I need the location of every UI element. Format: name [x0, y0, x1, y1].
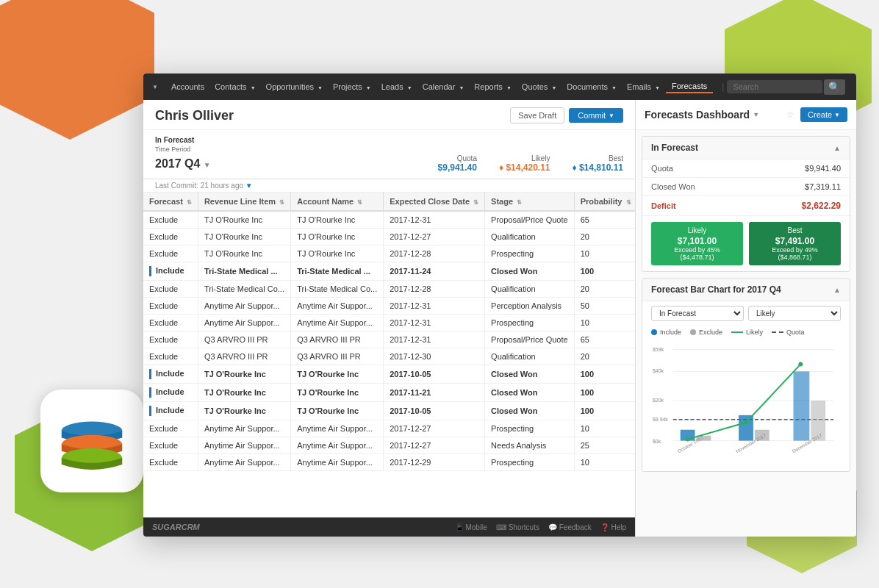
- chart-filter-1[interactable]: In Forecast: [651, 306, 744, 321]
- col-revenue[interactable]: Revenue Line Item ⇅: [198, 193, 290, 211]
- period-arrow: ▼: [204, 161, 211, 169]
- td-close-date: 2017-11-21: [384, 384, 485, 402]
- favorite-star[interactable]: ☆: [786, 110, 794, 120]
- nav-leads[interactable]: Leads ▼: [377, 81, 417, 93]
- col-forecast[interactable]: Forecast ⇅: [143, 193, 198, 211]
- td-close-date: 2017-12-31: [384, 298, 485, 315]
- crm-window: ▼ Accounts Contacts ▼ Opportunities ▼ Pr…: [143, 74, 856, 537]
- td-revenue[interactable]: TJ O'Rourke Inc: [198, 402, 290, 420]
- td-account[interactable]: Q3 ARVRO III PR: [291, 331, 384, 348]
- nav-opportunities[interactable]: Opportunities ▼: [262, 81, 327, 93]
- nav-reports[interactable]: Reports ▼: [470, 81, 516, 93]
- col-probability[interactable]: Probability ⇅: [574, 193, 635, 211]
- td-revenue[interactable]: Anytime Air Suppor...: [198, 437, 290, 454]
- forecast-table-wrapper[interactable]: Forecast ⇅ Revenue Line Item ⇅ Account N…: [143, 193, 635, 517]
- col-close-date[interactable]: Expected Close Date ⇅: [384, 193, 485, 211]
- td-revenue[interactable]: Anytime Air Suppor...: [198, 298, 290, 315]
- td-close-date: 2017-10-05: [384, 402, 485, 420]
- td-forecast: Exclude: [143, 229, 198, 245]
- search-icon: 🔍: [828, 82, 841, 93]
- table-row: Include Tri-State Medical ... Tri-State …: [143, 262, 635, 281]
- col-stage[interactable]: Stage ⇅: [485, 193, 575, 211]
- chart-section: Forecast Bar Chart for 2017 Q4 ▲ In Fore…: [642, 278, 850, 472]
- td-account[interactable]: Anytime Air Suppor...: [291, 315, 384, 331]
- td-close-date: 2017-12-31: [384, 315, 485, 331]
- nav-emails[interactable]: Emails ▼: [623, 81, 664, 93]
- nav-accounts[interactable]: Accounts: [167, 81, 209, 93]
- td-account[interactable]: Tri-State Medical Co...: [291, 281, 384, 298]
- table-row: Exclude Anytime Air Suppor... Anytime Ai…: [143, 420, 635, 437]
- chart-collapse[interactable]: ▲: [833, 286, 841, 294]
- svg-text:$59k: $59k: [653, 347, 664, 352]
- col-account[interactable]: Account Name ⇅: [291, 193, 384, 211]
- nav-projects[interactable]: Projects ▼: [329, 81, 376, 93]
- td-account[interactable]: TJ O'Rourke Inc: [291, 229, 384, 245]
- td-account[interactable]: Anytime Air Suppor...: [291, 420, 384, 437]
- nav-calendar[interactable]: Calendar ▼: [418, 81, 469, 93]
- last-commit-link[interactable]: ▼: [245, 182, 253, 190]
- td-account[interactable]: TJ O'Rourke Inc: [291, 245, 384, 262]
- td-revenue[interactable]: Anytime Air Suppor...: [198, 420, 290, 437]
- td-stage: Prospecting: [485, 245, 575, 262]
- td-revenue[interactable]: Q3 ARVRO III PR: [198, 348, 290, 365]
- td-probability: 100: [574, 384, 635, 402]
- td-account[interactable]: Anytime Air Suppor...: [291, 298, 384, 315]
- nav-forecasts-active[interactable]: Forecasts: [666, 80, 713, 93]
- best-box: Best $7,491.00 Exceed by 49% ($4,868.71): [749, 222, 841, 265]
- td-account[interactable]: Q3 ARVRO III PR: [291, 348, 384, 365]
- legend-quota: Quota: [772, 329, 805, 336]
- footer-mobile[interactable]: 📱 Mobile: [455, 523, 487, 531]
- create-button[interactable]: Create ▼: [800, 107, 847, 122]
- td-probability: 20: [574, 281, 635, 298]
- td-revenue[interactable]: Tri-State Medical ...: [198, 262, 290, 281]
- td-revenue[interactable]: TJ O'Rourke Inc: [198, 365, 290, 384]
- td-revenue[interactable]: TJ O'Rourke Inc: [198, 384, 290, 402]
- forecast-period[interactable]: 2017 Q4 ▼: [155, 157, 211, 171]
- footer-help[interactable]: ❓ Help: [600, 523, 626, 531]
- td-account[interactable]: Anytime Air Suppor...: [291, 454, 384, 471]
- td-stage: Qualification: [485, 229, 575, 245]
- td-revenue[interactable]: Anytime Air Suppor...: [198, 315, 290, 331]
- td-probability: 10: [574, 245, 635, 262]
- chart-filters[interactable]: In Forecast Likely: [642, 301, 850, 326]
- footer-shortcuts[interactable]: ⌨ Shortcuts: [496, 523, 539, 531]
- dashboard-arrow[interactable]: ▼: [753, 111, 759, 118]
- table-row: Exclude TJ O'Rourke Inc TJ O'Rourke Inc …: [143, 245, 635, 262]
- td-forecast: Exclude: [143, 331, 198, 348]
- td-revenue[interactable]: Tri-State Medical Co...: [198, 281, 290, 298]
- td-probability: 65: [574, 331, 635, 348]
- chart-filter-2[interactable]: Likely: [748, 306, 841, 321]
- svg-point-28: [798, 362, 803, 366]
- td-account[interactable]: Anytime Air Suppor...: [291, 437, 384, 454]
- save-draft-button[interactable]: Save Draft: [510, 107, 564, 123]
- nav-search-button[interactable]: 🔍: [824, 79, 845, 95]
- td-stage: Closed Won: [485, 262, 575, 281]
- td-revenue[interactable]: Q3 ARVRO III PR: [198, 331, 290, 348]
- td-account[interactable]: TJ O'Rourke Inc: [291, 384, 384, 402]
- footer-feedback[interactable]: 💬 Feedback: [548, 523, 592, 531]
- td-account[interactable]: Tri-State Medical ...: [291, 262, 384, 281]
- chart-title: Forecast Bar Chart for 2017 Q4: [651, 284, 833, 295]
- section-collapse[interactable]: ▲: [833, 144, 841, 152]
- metrics-values: Quota $9,941.40 Likely ♦ $14,420.11 Best…: [438, 154, 623, 173]
- td-stage: Needs Analysis: [485, 437, 575, 454]
- td-revenue[interactable]: TJ O'Rourke Inc: [198, 211, 290, 229]
- forecast-boxes: Likely $7,101.00 Exceed by 45% ($4,478.7…: [642, 216, 850, 271]
- td-stage: Proposal/Price Quote: [485, 211, 575, 229]
- nav-logo-arrow: ▼: [152, 84, 158, 90]
- nav-quotes[interactable]: Quotes ▼: [517, 81, 561, 93]
- svg-text:$9.94k: $9.94k: [653, 417, 668, 422]
- td-revenue[interactable]: TJ O'Rourke Inc: [198, 229, 290, 245]
- td-account[interactable]: TJ O'Rourke Inc: [291, 211, 384, 229]
- nav-contacts[interactable]: Contacts ▼: [210, 81, 259, 93]
- td-revenue[interactable]: Anytime Air Suppor...: [198, 454, 290, 471]
- td-revenue[interactable]: TJ O'Rourke Inc: [198, 245, 290, 262]
- nav-documents[interactable]: Documents ▼: [562, 81, 621, 93]
- deficit-row: Deficit $2,622.29: [642, 196, 850, 216]
- td-account[interactable]: TJ O'Rourke Inc: [291, 402, 384, 420]
- td-account[interactable]: TJ O'Rourke Inc: [291, 365, 384, 384]
- nav-search-input[interactable]: [727, 80, 822, 93]
- td-probability: 65: [574, 211, 635, 229]
- commit-button[interactable]: Commit ▼: [569, 108, 623, 123]
- td-probability: 100: [574, 402, 635, 420]
